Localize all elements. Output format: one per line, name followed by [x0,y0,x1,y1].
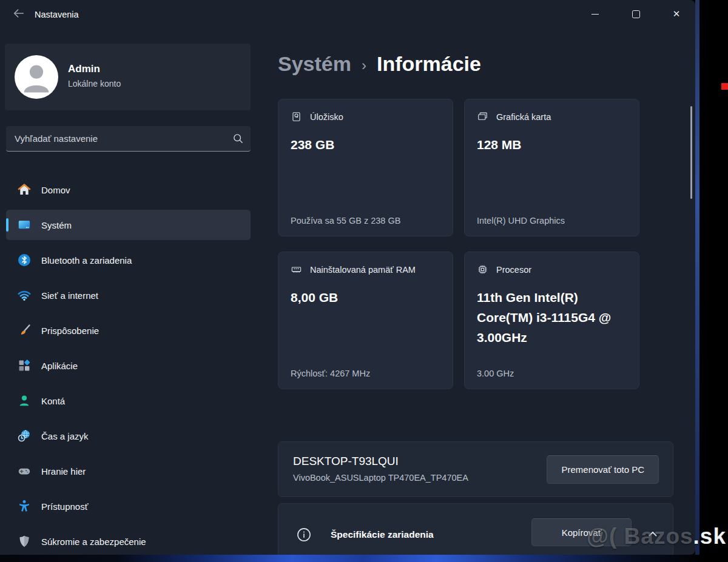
titlebar: Nastavenia ✕ [0,0,695,29]
ram-card-header: Nainštalovaná pamäť RAM [291,264,440,275]
sidebar-item-time-language[interactable]: Čas a jazyk [6,421,251,451]
vertical-scrollbar[interactable] [690,106,692,199]
sidebar-item-label: Domov [41,185,70,195]
gamepad-icon [17,464,32,478]
card-value: 8,00 GB [291,288,440,308]
maximize-icon [632,10,640,18]
shield-icon [17,534,32,549]
window-title: Nastavenia [35,0,79,29]
close-icon: ✕ [673,8,681,19]
sidebar-item-network[interactable]: Sieť a internet [6,280,251,310]
rename-pc-button[interactable]: Premenovať toto PC [547,455,659,484]
storage-card: Úložisko 238 GB Používa sa 55 GB z 238 G… [278,99,453,236]
card-footer: Používa sa 55 GB z 238 GB [291,216,400,226]
sidebar-nav: Domov Systém Bluetooth a zariadenia [6,175,251,555]
time-language-icon [17,429,32,443]
watermark: @( Bazos.sk [587,524,726,549]
ram-card: Nainštalovaná pamäť RAM 8,00 GB Rýchlosť… [278,252,453,389]
red-marker [721,83,728,90]
sidebar-item-system[interactable]: Systém [6,210,251,240]
sidebar-item-privacy[interactable]: Súkromie a zabezpečenie [6,526,251,555]
maximize-button[interactable] [622,0,650,28]
back-button[interactable] [8,5,29,24]
sidebar-item-label: Kontá [41,396,65,406]
gpu-card-header: Grafická karta [477,111,627,122]
sidebar-item-bluetooth[interactable]: Bluetooth a zariadenia [6,245,251,275]
home-icon [17,182,32,197]
desktop-wallpaper-bottom [0,555,728,562]
sidebar-item-accessibility[interactable]: Prístupnosť [6,491,251,521]
card-footer: 3.00 GHz [477,369,514,378]
storage-icon [291,111,302,122]
accounts-icon [17,393,32,408]
sidebar-item-label: Prispôsobenie [41,326,99,336]
settings-search [6,126,251,152]
card-value: 11th Gen Intel(R) Core(TM) i3-1115G4 @ 3… [477,288,627,347]
processor-card: Procesor 11th Gen Intel(R) Core(TM) i3-1… [464,252,639,389]
sidebar-item-apps[interactable]: Aplikácie [6,350,251,381]
sidebar-item-domov[interactable]: Domov [6,175,251,205]
info-icon [296,527,312,543]
card-title: Grafická karta [496,112,551,122]
graphics-card-icon [477,111,488,122]
sidebar-item-label: Prístupnosť [41,501,88,512]
card-title: Úložisko [310,112,343,122]
desktop-wallpaper-strip [695,0,699,555]
close-button[interactable]: ✕ [662,0,690,28]
avatar [15,55,58,99]
sidebar-item-label: Aplikácie [41,361,78,371]
bluetooth-icon [17,253,32,267]
page-title: Informácie [377,52,481,76]
sidebar-item-label: Bluetooth a zariadenia [41,255,132,266]
window-controls: ✕ [581,0,690,29]
account-name: Admin [68,63,100,75]
search-input[interactable] [6,126,233,151]
back-arrow-icon [12,7,25,22]
sidebar-item-label: Systém [41,220,72,230]
wifi-icon [17,288,32,303]
card-title: Procesor [496,265,531,275]
desktop-screen: Nastavenia ✕ Admin Lokálne konto [0,0,728,562]
device-model: VivoBook_ASUSLaptop TP470EA_TP470EA [293,473,468,483]
gpu-card: Grafická karta 128 MB Intel(R) UHD Graph… [464,99,639,236]
minimize-button[interactable] [581,0,609,28]
storage-card-header: Úložisko [291,111,440,122]
sidebar-item-accounts[interactable]: Kontá [6,386,251,416]
device-name: DESKTOP-T93LQUI [293,455,399,468]
cpu-icon [477,264,488,275]
paintbrush-icon [17,323,32,338]
device-name-card: DESKTOP-T93LQUI VivoBook_ASUSLaptop TP47… [278,441,673,497]
device-specs-title: Špecifikácie zariadenia [331,529,434,540]
apps-icon [17,358,32,373]
minimize-icon [592,14,599,15]
card-value: 238 GB [291,135,440,155]
watermark-prefix: @( Bazos [587,524,693,549]
account-type: Lokálne konto [68,79,121,89]
card-footer: Rýchlosť: 4267 MHz [291,369,370,378]
breadcrumb: Systém › Informácie [278,52,481,76]
sidebar-item-label: Súkromie a zabezpečenie [41,537,146,547]
card-value: 128 MB [477,135,627,155]
accessibility-icon [17,499,32,513]
sidebar-item-label: Sieť a internet [41,290,98,301]
sidebar-item-personalization[interactable]: Prispôsobenie [6,315,251,346]
sidebar-item-label: Hranie hier [41,466,86,477]
breadcrumb-parent[interactable]: Systém [278,52,351,76]
watermark-suffix: .sk [693,524,726,549]
sidebar-item-gaming[interactable]: Hranie hier [6,456,251,486]
sidebar-item-label: Čas a jazyk [41,431,89,441]
system-icon [17,218,32,232]
breadcrumb-separator-icon: › [362,54,366,74]
selection-accent [6,218,8,232]
card-footer: Intel(R) UHD Graphics [477,216,565,226]
settings-window: Nastavenia ✕ Admin Lokálne konto [0,0,695,555]
ram-icon [291,264,302,275]
search-icon [232,133,244,144]
processor-card-header: Procesor [477,264,627,275]
account-profile-card[interactable]: Admin Lokálne konto [5,44,251,110]
card-title: Nainštalovaná pamäť RAM [310,265,416,275]
